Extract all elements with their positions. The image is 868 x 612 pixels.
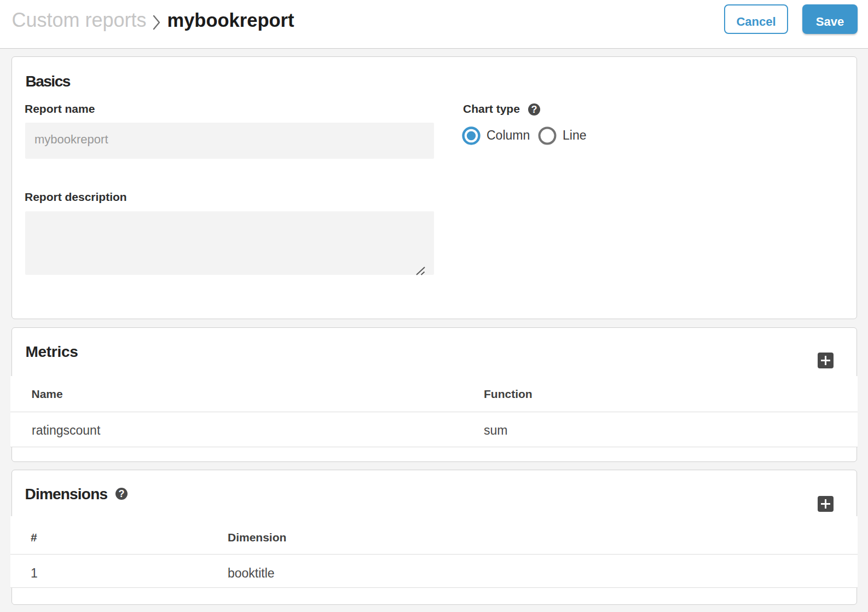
svg-text:?: ? (531, 104, 537, 115)
svg-text:?: ? (119, 488, 125, 499)
